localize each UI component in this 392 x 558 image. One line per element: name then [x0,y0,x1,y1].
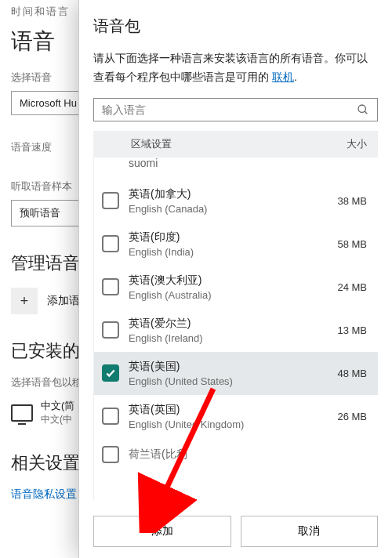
language-row[interactable]: 英语(爱尔兰)English (Ireland)13 MB [94,309,378,352]
language-native: 英语(澳大利亚) [129,274,328,288]
language-native: 英语(英国) [129,403,328,417]
search-icon [357,103,369,116]
language-native: 英语(爱尔兰) [129,317,328,331]
language-list[interactable]: suomi英语(加拿大)English (Canada)38 MB英语(印度)E… [93,158,378,500]
installed-lang-line2: 中文(中 [41,413,74,426]
language-row[interactable]: 英语(澳大利亚)English (Australia)24 MB [94,266,378,309]
breadcrumb-parent[interactable]: 时间和语言 [11,5,70,17]
language-checkbox[interactable] [102,278,119,295]
preview-button[interactable]: 预听语音 [11,200,82,226]
language-checkbox[interactable] [102,192,119,209]
voice-pack-dialog: 语音包 请从下面选择一种语言来安装该语言的所有语音。你可以查看每个程序包中哪些语… [78,0,392,558]
language-native: 英语(加拿大) [129,187,328,201]
col-region: 区域设置 [131,137,347,151]
language-names: 英语(印度)English (India) [129,230,328,258]
monitor-icon [11,404,33,422]
language-english: English (India) [129,246,328,258]
language-search[interactable] [93,98,378,121]
language-native: 荷兰语(比利 [129,447,358,462]
language-checkbox[interactable] [102,446,119,463]
language-names: 英语(爱尔兰)English (Ireland) [129,317,328,344]
search-input[interactable] [102,103,357,116]
language-names: suomi [129,158,358,169]
language-size: 24 MB [337,281,367,293]
add-voice-label: 添加语 [47,294,80,308]
language-size: 26 MB [337,411,367,422]
language-names: 英语(英国)English (United Kingdom) [129,403,328,430]
language-names: 英语(美国)English (United States) [129,360,328,387]
language-english: English (Ireland) [129,332,328,344]
language-native: suomi [129,158,358,169]
language-names: 英语(加拿大)English (Canada) [129,187,328,215]
add-voice-button[interactable]: + [11,288,38,314]
language-size: 13 MB [337,324,367,336]
language-row[interactable]: 英语(英国)English (United Kingdom)26 MB [94,395,378,438]
language-row[interactable]: 英语(美国)English (United States)48 MB [94,352,378,395]
add-button[interactable]: 添加 [93,516,231,547]
language-checkbox[interactable] [102,408,119,425]
dialog-description: 请从下面选择一种语言来安装该语言的所有语音。你可以查看每个程序包中哪些语言是可用… [93,49,378,87]
dialog-title: 语音包 [93,16,378,37]
language-names: 荷兰语(比利 [129,447,358,462]
language-native: 英语(印度) [129,230,328,245]
language-row[interactable]: suomi [94,158,378,179]
svg-line-1 [365,111,367,114]
language-size: 48 MB [337,368,367,379]
language-english: English (Australia) [129,289,328,301]
language-size: 38 MB [337,195,367,207]
language-checkbox[interactable] [102,235,119,252]
online-link[interactable]: 联机 [272,71,294,83]
language-size: 58 MB [337,238,367,250]
installed-lang-line1: 中文(简 [41,399,74,413]
language-row[interactable]: 英语(加拿大)English (Canada)38 MB [94,179,378,223]
cancel-button[interactable]: 取消 [241,516,379,547]
language-english: English (United Kingdom) [129,418,328,430]
language-english: English (Canada) [129,203,328,215]
list-header: 区域设置 大小 [93,131,378,158]
language-checkbox[interactable] [102,321,119,339]
language-row[interactable]: 英语(印度)English (India)58 MB [94,223,378,266]
col-size: 大小 [347,137,367,151]
language-native: 英语(美国) [129,360,328,374]
language-checkbox[interactable] [102,364,119,382]
language-names: 英语(澳大利亚)English (Australia) [129,274,328,301]
language-row[interactable]: 荷兰语(比利 [94,438,378,463]
svg-point-0 [358,105,365,112]
plus-icon: + [20,293,29,310]
language-english: English (United States) [129,375,328,387]
